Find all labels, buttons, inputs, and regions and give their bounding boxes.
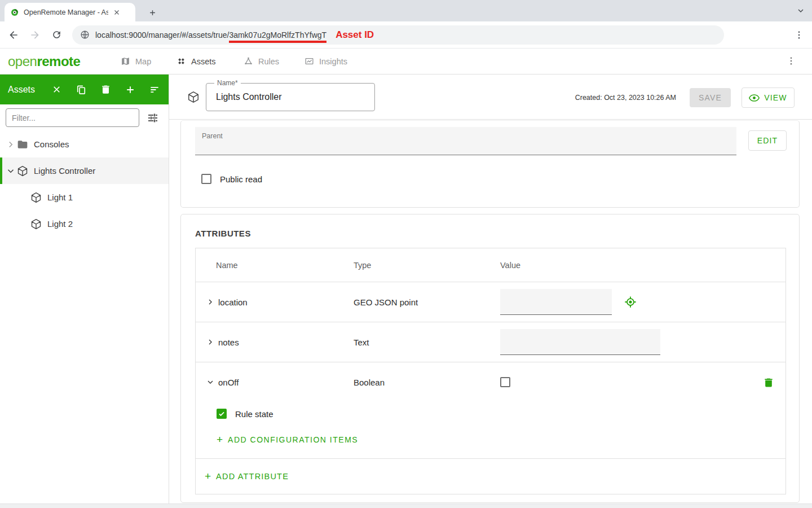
add-configuration-items-button[interactable]: + ADD CONFIGURATION ITEMS bbox=[217, 433, 785, 446]
location-value-input[interactable] bbox=[500, 289, 612, 315]
app-menu-kebab-icon[interactable] bbox=[786, 56, 796, 66]
public-read-label: Public read bbox=[220, 174, 262, 184]
plus-icon: + bbox=[205, 470, 211, 483]
nav-assets[interactable]: Assets bbox=[176, 49, 216, 74]
asset-name-field[interactable]: Name* bbox=[206, 83, 375, 111]
notes-value-input[interactable] bbox=[500, 329, 660, 355]
parent-field: Parent bbox=[195, 127, 736, 155]
attribute-type: Boolean bbox=[354, 378, 500, 387]
asset-header: Name* Created: Oct 23, 2023 10:26 AM SAV… bbox=[169, 75, 812, 120]
back-icon[interactable] bbox=[5, 26, 23, 44]
tree-item-lights-controller[interactable]: Lights Controller bbox=[0, 157, 169, 184]
tree-item-consoles[interactable]: Consoles bbox=[0, 131, 169, 157]
attributes-card: ATTRIBUTES Name Type Value location bbox=[180, 214, 800, 503]
rules-icon bbox=[244, 56, 253, 66]
delete-attribute-trash-icon[interactable] bbox=[763, 377, 774, 388]
browser-tab[interactable]: OpenRemote Manager - Assets bbox=[5, 3, 135, 21]
asset-info-card: Parent EDIT Public read bbox=[180, 120, 800, 208]
url-asset-id: 3amk07u2gMoRlfzThYfwgT bbox=[229, 30, 326, 43]
asset-type-cube-icon bbox=[187, 91, 200, 103]
nav-rules[interactable]: Rules bbox=[244, 49, 279, 74]
add-asset-icon[interactable] bbox=[124, 84, 136, 96]
tree-item-light-2[interactable]: Light 2 bbox=[0, 211, 169, 237]
nav-insights-label: Insights bbox=[319, 57, 347, 66]
sort-icon[interactable] bbox=[148, 84, 161, 96]
parent-field-label: Parent bbox=[202, 132, 223, 140]
insights-icon bbox=[304, 56, 314, 66]
bottom-scrollbar-track[interactable] bbox=[0, 503, 812, 508]
chevron-right-icon[interactable] bbox=[206, 297, 215, 306]
created-timestamp: Created: Oct 23, 2023 10:26 AM bbox=[575, 94, 676, 102]
attribute-name: notes bbox=[218, 338, 239, 347]
save-button[interactable]: SAVE bbox=[690, 88, 731, 107]
duplicate-icon[interactable] bbox=[75, 84, 87, 96]
add-attribute-button[interactable]: + ADD ATTRIBUTE bbox=[205, 470, 289, 483]
crosshairs-gps-icon[interactable] bbox=[624, 296, 637, 308]
folder-icon bbox=[17, 139, 28, 150]
asset-cube-icon bbox=[17, 165, 28, 177]
filter-settings-tune-icon[interactable] bbox=[146, 111, 160, 125]
filter-input[interactable] bbox=[6, 108, 139, 127]
plus-icon: + bbox=[217, 433, 223, 446]
tree-item-label: Lights Controller bbox=[34, 166, 95, 176]
nav-map-label: Map bbox=[135, 57, 151, 66]
attributes-table-footer: + ADD ATTRIBUTE bbox=[196, 459, 785, 494]
sidebar-title: Assets bbox=[8, 85, 35, 95]
nav-assets-label: Assets bbox=[191, 57, 216, 66]
chevron-right-icon[interactable] bbox=[206, 338, 215, 347]
asset-tree-header: Assets bbox=[0, 75, 169, 104]
tree-item-light-1[interactable]: Light 1 bbox=[0, 184, 169, 211]
public-read-checkbox[interactable] bbox=[201, 174, 211, 184]
browser-toolbar: localhost:9000/manager/#/assets/true/3am… bbox=[0, 21, 812, 49]
reload-icon[interactable] bbox=[47, 26, 65, 44]
new-tab-button[interactable] bbox=[144, 5, 160, 20]
deselect-close-icon[interactable] bbox=[50, 84, 63, 96]
asset-cube-icon bbox=[30, 192, 42, 203]
public-read-row: Public read bbox=[201, 174, 262, 184]
address-bar[interactable]: localhost:9000/manager/#/assets/true/3am… bbox=[72, 25, 724, 45]
attribute-row-notes[interactable]: notes Text bbox=[196, 322, 785, 362]
asset-name-input[interactable] bbox=[206, 84, 374, 111]
forward-icon[interactable] bbox=[26, 26, 44, 44]
asset-cube-icon bbox=[30, 218, 42, 230]
tab-close-icon[interactable] bbox=[113, 8, 121, 16]
nav-insights[interactable]: Insights bbox=[304, 49, 347, 74]
view-button[interactable]: VIEW bbox=[742, 87, 795, 108]
chevron-right-icon[interactable] bbox=[6, 139, 16, 150]
attribute-name: location bbox=[218, 297, 248, 307]
tree-item-label: Light 2 bbox=[47, 219, 73, 229]
attribute-row-onoff: onOff Boolean bbox=[196, 362, 785, 459]
chevron-down-icon[interactable] bbox=[206, 378, 215, 387]
rule-state-row: Rule state bbox=[217, 404, 785, 423]
chevron-down-icon[interactable] bbox=[6, 166, 16, 176]
openremote-logo: openremote bbox=[8, 54, 80, 69]
delete-asset-icon[interactable] bbox=[99, 84, 112, 96]
tab-title: OpenRemote Manager - Assets bbox=[24, 8, 108, 16]
nav-rules-label: Rules bbox=[258, 57, 279, 66]
attributes-title: ATTRIBUTES bbox=[195, 229, 251, 238]
name-field-label: Name* bbox=[214, 79, 241, 87]
filter-row bbox=[0, 104, 169, 131]
attribute-row-location[interactable]: location GEO JSON point bbox=[196, 282, 785, 322]
site-info-globe-icon[interactable] bbox=[80, 30, 90, 40]
asset-tree-sidebar: Assets Consoles bbox=[0, 75, 169, 503]
attribute-type: Text bbox=[354, 338, 500, 347]
assets-icon bbox=[176, 56, 186, 66]
attributes-table: Name Type Value location GEO JSON point bbox=[195, 248, 786, 494]
tab-search-chevron-icon[interactable] bbox=[796, 6, 805, 15]
browser-menu-kebab-icon[interactable] bbox=[794, 30, 804, 40]
column-type: Type bbox=[354, 261, 500, 270]
onoff-configuration: Rule state + ADD CONFIGURATION ITEMS bbox=[196, 402, 785, 458]
nav-map[interactable]: Map bbox=[121, 49, 151, 74]
rule-state-checkbox[interactable] bbox=[217, 409, 227, 419]
eye-icon bbox=[749, 93, 760, 103]
onoff-value-checkbox[interactable] bbox=[500, 377, 510, 387]
asset-detail-panel: Name* Created: Oct 23, 2023 10:26 AM SAV… bbox=[169, 75, 812, 503]
edit-parent-button[interactable]: EDIT bbox=[748, 130, 787, 151]
browser-tab-strip: OpenRemote Manager - Assets bbox=[0, 0, 812, 21]
attributes-table-header: Name Type Value bbox=[196, 248, 785, 282]
attribute-name: onOff bbox=[218, 378, 239, 387]
attribute-type: GEO JSON point bbox=[354, 297, 500, 307]
app-header: openremote Map Assets Rules Insights bbox=[0, 49, 812, 75]
asset-scroll-area: Parent EDIT Public read ATTRIBUTES Name … bbox=[169, 120, 812, 503]
